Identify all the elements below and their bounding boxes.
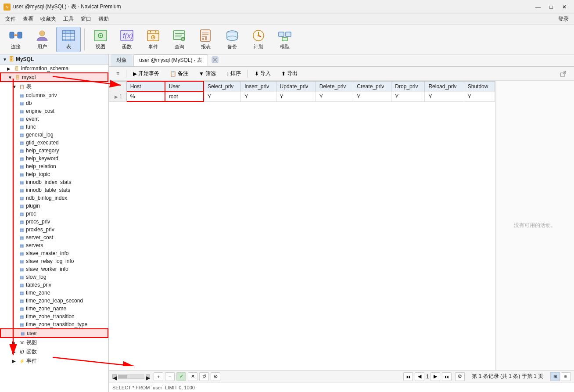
sidebar-item-functions[interactable]: ▶ f() 函数 [0,347,108,356]
sidebar-item-help-keyword[interactable]: ▦ help_keyword [0,155,108,162]
sidebar-item-events[interactable]: ▶ ⚡ 事件 [0,356,108,366]
toolbar-event[interactable]: 事件 [141,27,165,52]
sidebar-item-server-cost[interactable]: ▦ server_cost [0,234,108,241]
nav-last-button[interactable]: ⏭ [442,372,452,381]
cell-drop-priv-1[interactable]: Y [391,92,425,101]
add-record-button[interactable]: + [154,372,163,381]
sidebar-item-engine-cost[interactable]: ▦ engine_cost [0,107,108,115]
sidebar-item-information-schema[interactable]: ▶ 🗄 information_schema [0,65,108,72]
col-delete-priv[interactable]: Delete_priv [316,81,353,92]
sidebar-item-servers[interactable]: ▦ servers [0,241,108,249]
col-select-priv[interactable]: Select_priv [204,81,241,92]
menu-tools[interactable]: 工具 [60,14,77,24]
cell-reload-priv-1[interactable]: Y [425,92,464,101]
nav-prev-button[interactable]: ◀ [415,372,424,381]
sidebar-item-slow-log[interactable]: ▦ slow_log [0,273,108,281]
sidebar-item-plugin[interactable]: ▦ plugin [0,202,108,210]
h-scroll-btn-left[interactable]: ◀ [112,374,117,379]
sidebar-item-innodb-index-stats[interactable]: ▦ innodb_index_stats [0,178,108,186]
sidebar-item-ndb-binlog-index[interactable]: ▦ ndb_binlog_index [0,194,108,202]
view-form-button[interactable]: ≡ [561,372,570,381]
cell-shutdow-1[interactable]: Y [464,92,495,101]
table-row[interactable]: ▶ 1 % root Y [109,92,495,101]
sidebar-item-slave-relay-log-info[interactable]: ▦ slave_relay_log_info [0,257,108,265]
sidebar-item-mysql[interactable]: ▼ 🗄 mysql [0,72,108,82]
sidebar-item-time-zone-leap-second[interactable]: ▦ time_zone_leap_second [0,297,108,305]
refresh-button[interactable]: ↺ [199,372,209,381]
maximize-button[interactable]: □ [545,3,557,11]
toolbar-table[interactable]: 表 [56,27,81,52]
cell-host-1[interactable]: % [126,92,165,101]
begin-transaction-button[interactable]: ▶ 开始事务 [129,68,163,79]
import-button[interactable]: ⬇ 导入 [251,68,275,79]
col-user[interactable]: User [165,81,204,92]
col-create-priv[interactable]: Create_priv [353,81,391,92]
toolbar-view[interactable]: 视图 [88,27,113,52]
sidebar-item-func[interactable]: ▦ func [0,123,108,131]
sort-button[interactable]: ↕ 排序 [222,68,245,79]
sidebar-item-proc[interactable]: ▦ proc [0,210,108,218]
nav-next-button[interactable]: ▶ [430,372,440,381]
delete-record-button[interactable]: − [165,372,175,381]
col-drop-priv[interactable]: Drop_priv [391,81,425,92]
sidebar-item-help-topic[interactable]: ▦ help_topic [0,170,108,178]
minimize-button[interactable]: — [532,3,544,11]
sidebar-item-tables-priv[interactable]: ▦ tables_priv [0,281,108,289]
sidebar-item-tables[interactable]: ▼ 📋 表 [0,82,108,91]
cell-update-priv-1[interactable]: Y [276,92,316,101]
window-controls[interactable]: — □ ✕ [532,3,570,11]
h-scroll-btn-right[interactable]: ▶ [146,374,150,379]
col-host[interactable]: Host [126,81,165,92]
cancel-button[interactable]: ✕ [188,372,197,381]
toolbar-schedule[interactable]: 计划 [246,27,271,52]
view-grid-button[interactable]: ⊞ [550,372,560,381]
sidebar-item-slave-worker-info[interactable]: ▦ slave_worker_info [0,265,108,273]
toolbar-user[interactable]: 用户 [30,27,54,52]
sidebar-item-time-zone-transition-type[interactable]: ▦ time_zone_transition_type [0,320,108,328]
menu-button[interactable]: ≡ [112,69,123,78]
cell-insert-priv-1[interactable]: Y [241,92,276,101]
col-shutdow[interactable]: Shutdow [464,81,495,92]
col-insert-priv[interactable]: Insert_priv [241,81,276,92]
cell-user-1[interactable]: root [165,92,204,101]
comment-button[interactable]: 📋 备注 [166,68,192,79]
menu-help[interactable]: 帮助 [95,14,112,24]
col-reload-priv[interactable]: Reload_priv [425,81,464,92]
sidebar-item-help-relation[interactable]: ▦ help_relation [0,162,108,170]
sidebar-item-columns-priv[interactable]: ▦ columns_priv [0,91,108,99]
col-update-priv[interactable]: Update_priv [276,81,316,92]
cell-create-priv-1[interactable]: Y [353,92,391,101]
tab-object[interactable]: 对象 [111,54,133,66]
toolbar-function[interactable]: f(x) 函数 [115,27,139,52]
menu-window[interactable]: 窗口 [77,14,95,24]
nav-first-button[interactable]: ⏮ [403,372,413,381]
settings-button[interactable]: ⚙ [455,372,465,381]
toolbar-model[interactable]: 模型 [273,27,297,52]
sidebar-item-help-category[interactable]: ▦ help_category [0,147,108,155]
cell-delete-priv-1[interactable]: Y [316,92,353,101]
sidebar-item-procs-priv[interactable]: ▦ procs_priv [0,218,108,226]
sidebar-item-time-zone[interactable]: ▦ time_zone [0,289,108,297]
toolbar-query[interactable]: 查询 [167,27,192,52]
confirm-button[interactable]: ✓ [176,372,186,381]
sidebar-item-views[interactable]: ▶ oo 视图 [0,338,108,347]
sidebar-item-event[interactable]: ▦ event [0,115,108,123]
close-button[interactable]: ✕ [558,3,570,11]
toolbar-backup[interactable]: 备份 [220,27,244,52]
tab-add-button[interactable] [209,55,221,65]
cell-select-priv-1[interactable]: Y [204,92,241,101]
menu-view[interactable]: 查看 [19,14,37,24]
sidebar-item-user[interactable]: ▦ user [0,328,108,338]
sidebar-item-slave-master-info[interactable]: ▦ slave_master_info [0,249,108,257]
toolbar-connect[interactable]: 连接 [4,27,28,52]
toolbar-report[interactable]: 报表 [194,27,218,52]
sidebar-item-proxies-priv[interactable]: ▦ proxies_priv [0,226,108,234]
sidebar-item-time-zone-transition[interactable]: ▦ time_zone_transition [0,313,108,320]
sidebar-item-gtid-executed[interactable]: ▦ gtid_executed [0,139,108,147]
menu-favorites[interactable]: 收藏夹 [37,14,60,24]
menu-file[interactable]: 文件 [2,14,19,24]
filter-button[interactable]: ▼ 筛选 [195,68,220,79]
export-button[interactable]: ⬆ 导出 [277,68,301,79]
tab-user-table[interactable]: user @mysql (MySQL) · 表 [133,54,208,66]
sidebar-item-general-log[interactable]: ▦ general_log [0,131,108,139]
